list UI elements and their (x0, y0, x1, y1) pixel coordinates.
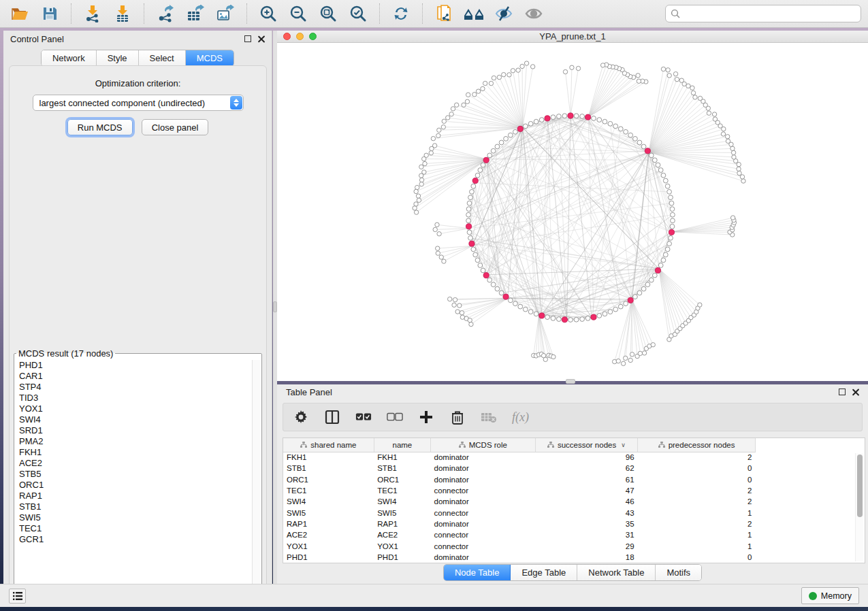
cell-shared_name[interactable]: SWI4 (283, 496, 374, 507)
cell-name[interactable]: SWI4 (374, 496, 430, 507)
cell-successor_nodes[interactable]: 29 (535, 540, 637, 551)
cell-mcds_role[interactable]: connector (431, 540, 536, 551)
cell-name[interactable]: YOX1 (374, 540, 430, 551)
float-panel-icon[interactable] (244, 35, 251, 42)
zoom-selected-icon[interactable] (345, 3, 371, 24)
close-panel-button[interactable]: Close panel (142, 119, 209, 135)
cell-shared_name[interactable]: PHD1 (283, 552, 374, 563)
hide-selected-icon[interactable] (491, 3, 517, 24)
cell-name[interactable]: TEC1 (374, 485, 430, 496)
cell-successor_nodes[interactable]: 47 (535, 485, 637, 496)
cell-predecessor_nodes[interactable]: 2 (638, 518, 756, 529)
tab-network[interactable]: Network (42, 50, 97, 66)
cell-shared_name[interactable]: ACE2 (283, 529, 374, 540)
cell-successor_nodes[interactable]: 31 (535, 529, 637, 540)
mcds-result-item[interactable]: ORC1 (15, 480, 252, 491)
import-network-icon[interactable] (80, 3, 106, 24)
table-row[interactable]: STB1STB1dominator620 (283, 463, 756, 474)
mcds-result-item[interactable]: YOX1 (15, 403, 252, 414)
cell-successor_nodes[interactable]: 43 (535, 507, 637, 518)
cell-predecessor_nodes[interactable]: 2 (638, 485, 756, 496)
tab-motifs[interactable]: Motifs (656, 565, 701, 580)
mcds-result-item[interactable]: PMA2 (15, 436, 252, 447)
cell-successor_nodes[interactable]: 62 (535, 463, 637, 474)
search-input[interactable] (684, 9, 856, 19)
tab-mcds[interactable]: MCDS (186, 50, 234, 66)
column-header-MCDS-role[interactable]: MCDS role (431, 438, 536, 452)
first-neighbors-icon[interactable] (461, 3, 487, 24)
run-mcds-button[interactable]: Run MCDS (67, 119, 133, 135)
cell-shared_name[interactable]: YOX1 (283, 540, 374, 551)
save-session-icon[interactable] (37, 3, 63, 24)
cell-predecessor_nodes[interactable]: 1 (638, 507, 756, 518)
column-header-shared-name[interactable]: shared name (283, 438, 374, 452)
cell-predecessor_nodes[interactable]: 2 (638, 452, 756, 463)
mcds-result-item[interactable]: STB5 (15, 469, 252, 480)
cell-shared_name[interactable]: RAP1 (283, 518, 374, 529)
zoom-in-icon[interactable] (255, 3, 281, 24)
cell-mcds_role[interactable]: dominator (431, 552, 536, 563)
cell-shared_name[interactable]: TEC1 (283, 485, 374, 496)
add-column-icon[interactable] (418, 409, 434, 425)
mcds-result-item[interactable]: TID3 (15, 393, 252, 403)
network-graph[interactable] (277, 43, 868, 380)
cell-successor_nodes[interactable]: 46 (535, 496, 637, 507)
tab-network-table[interactable]: Network Table (577, 565, 656, 580)
table-settings-gear-icon[interactable] (293, 409, 309, 425)
cell-successor_nodes[interactable]: 61 (535, 474, 637, 485)
cell-name[interactable]: PHD1 (374, 552, 430, 563)
table-row[interactable]: SWI4SWI4dominator462 (283, 496, 756, 507)
memory-button[interactable]: Memory (801, 587, 859, 604)
table-row[interactable]: PHD1PHD1dominator180 (283, 552, 756, 563)
cell-predecessor_nodes[interactable]: 0 (638, 474, 756, 485)
toolbar-search[interactable] (665, 5, 861, 22)
mcds-result-item[interactable]: FKH1 (15, 447, 252, 458)
table-row[interactable]: YOX1YOX1connector291 (283, 540, 756, 551)
mcds-list-scrollbar[interactable] (252, 360, 261, 597)
table-row[interactable]: ORC1ORC1dominator610 (283, 474, 756, 485)
cell-predecessor_nodes[interactable]: 1 (638, 540, 756, 551)
float-table-panel-icon[interactable] (839, 389, 846, 395)
cell-predecessor_nodes[interactable]: 1 (638, 529, 756, 540)
cell-predecessor_nodes[interactable]: 0 (638, 463, 756, 474)
mcds-result-item[interactable]: STP4 (15, 382, 252, 393)
cell-name[interactable]: ACE2 (374, 529, 430, 540)
close-panel-icon[interactable] (257, 35, 265, 43)
window-maximize-icon[interactable] (309, 33, 317, 40)
table-row[interactable]: SWI5SWI5connector431 (283, 507, 756, 518)
table-row[interactable]: ACE2ACE2connector311 (283, 529, 756, 540)
mcds-result-list[interactable]: PHD1CAR1STP4TID3YOX1SWI4SRD1PMA2FKH1ACE2… (15, 360, 252, 597)
cell-shared_name[interactable]: ORC1 (283, 474, 374, 485)
mcds-result-item[interactable]: SWI4 (15, 414, 252, 425)
select-all-icon[interactable] (355, 409, 372, 425)
table-row[interactable]: TEC1TEC1connector472 (283, 485, 756, 496)
export-network-icon[interactable] (152, 3, 178, 24)
task-history-button[interactable] (9, 589, 26, 604)
horizontal-splitter-grip[interactable] (566, 379, 575, 384)
cell-mcds_role[interactable]: dominator (431, 452, 536, 463)
column-header-name[interactable]: name (374, 438, 430, 452)
tab-style[interactable]: Style (97, 50, 139, 66)
mcds-result-item[interactable]: PHD1 (15, 360, 252, 371)
cell-shared_name[interactable]: STB1 (283, 463, 374, 474)
cell-mcds_role[interactable]: dominator (431, 463, 536, 474)
cell-shared_name[interactable]: SWI5 (283, 507, 374, 518)
optimization-criterion-select[interactable]: largest connected component (undirected) (33, 95, 244, 111)
cell-shared_name[interactable]: FKH1 (283, 452, 374, 463)
open-session-icon[interactable] (7, 3, 33, 24)
zoom-fit-icon[interactable] (315, 3, 341, 24)
deselect-all-icon[interactable] (387, 409, 403, 425)
table-row[interactable]: FKH1FKH1dominator962 (283, 452, 756, 463)
tab-edge-table[interactable]: Edge Table (511, 565, 577, 580)
tab-select[interactable]: Select (139, 50, 186, 66)
export-image-icon[interactable] (212, 3, 238, 24)
cell-name[interactable]: FKH1 (374, 452, 430, 463)
cell-successor_nodes[interactable]: 35 (535, 518, 637, 529)
mcds-result-item[interactable]: ACE2 (15, 458, 252, 469)
delete-column-icon[interactable] (449, 409, 466, 425)
tab-node-table[interactable]: Node Table (444, 565, 511, 580)
export-table-icon[interactable] (182, 3, 208, 24)
refresh-icon[interactable] (388, 3, 414, 24)
mcds-result-item[interactable]: SRD1 (15, 425, 252, 436)
show-columns-icon[interactable] (324, 409, 340, 425)
